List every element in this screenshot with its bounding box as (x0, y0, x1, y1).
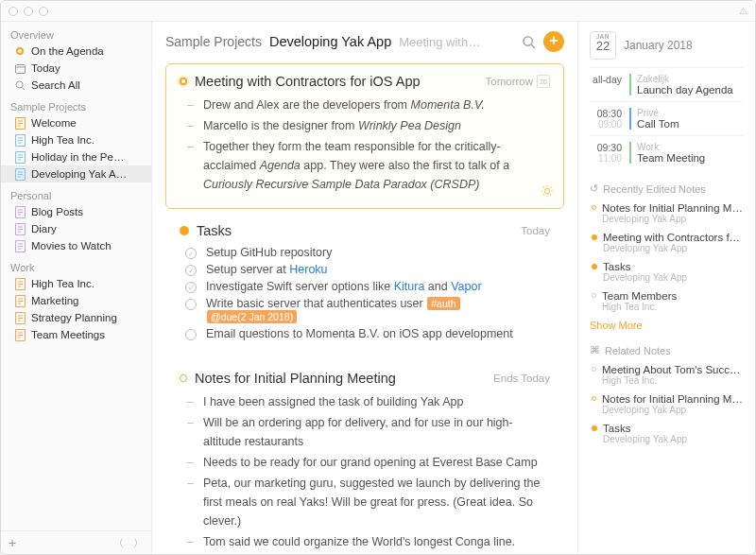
note-date-label[interactable]: Tomorrow 20 (486, 75, 550, 88)
note-card[interactable]: Tasks Today Setup GitHub repositorySetup… (165, 213, 564, 356)
note-bullet[interactable]: –Together they form the team responsible… (180, 136, 550, 195)
related-note-item[interactable]: Tasks Developing Yak App (590, 419, 744, 448)
svg-line-55 (543, 187, 544, 188)
event-category: Work (637, 142, 744, 152)
sidebar-item-label: High Tea Inc. (31, 278, 142, 289)
sidebar-item[interactable]: On the Agenda (1, 43, 151, 60)
note-date-label[interactable]: Ends Today (493, 373, 550, 384)
history-fwd-button[interactable]: 〉 (133, 536, 144, 550)
task-checkbox-icon[interactable] (185, 282, 197, 293)
task-checkbox-icon[interactable] (185, 248, 197, 259)
related-note-item[interactable]: Meeting About Tom's Succes… High Tea Inc… (590, 360, 744, 390)
traffic-lights (9, 7, 48, 16)
note-card[interactable]: Notes for Initial Planning Meeting Ends … (165, 360, 564, 554)
sidebar-item[interactable]: Movies to Watch (1, 237, 151, 254)
sidebar-item[interactable]: Search All (1, 77, 151, 94)
task-checkbox-icon[interactable] (185, 265, 197, 276)
sidebar-item[interactable]: Blog Posts (1, 203, 151, 220)
related-note-item[interactable]: Notes for Initial Planning Mee… Developi… (590, 199, 744, 228)
related-note-item[interactable]: Tasks Developing Yak App (590, 257, 744, 286)
show-more-link[interactable]: Show More (590, 316, 744, 331)
related-note-project: Developing Yak App (602, 214, 744, 224)
note-card[interactable]: Meeting with Contractors for iOS App Tom… (165, 63, 564, 209)
note-status-dot[interactable] (180, 374, 187, 382)
calendar-header[interactable]: JAN 22 January 2018 (590, 31, 744, 60)
note-bullet[interactable]: –Tom said we could organize the World's … (180, 531, 550, 554)
gear-icon[interactable] (541, 184, 554, 200)
note-icon (14, 240, 26, 251)
sidebar-item[interactable]: Holiday in the Pe… (1, 148, 151, 165)
sidebar-item[interactable]: High Tea Inc. (1, 131, 151, 148)
notes-list[interactable]: Meeting with Contractors for iOS App Tom… (152, 63, 577, 554)
event-category: Zakelijk (637, 74, 744, 84)
calendar-event[interactable]: 09:3011:00 WorkTeam Meeting (590, 135, 744, 169)
minimize-window-icon[interactable] (24, 7, 33, 16)
close-window-icon[interactable] (9, 7, 18, 16)
search-icon[interactable] (521, 34, 536, 49)
sidebar-item[interactable]: Diary (1, 220, 151, 237)
calendar-mini-icon: JAN 22 (590, 31, 616, 60)
note-title[interactable]: Tasks (197, 223, 513, 238)
breadcrumb-note[interactable]: Meeting with… (399, 35, 480, 49)
main-header: Sample Projects Developing Yak App Meeti… (152, 22, 577, 63)
calendar-event[interactable]: all-day ZakelijkLaunch day Agenda (590, 67, 744, 101)
sidebar-item-label: Search All (31, 79, 142, 91)
task-item[interactable]: Email questions to Momenta B.V. on iOS a… (180, 325, 550, 342)
sidebar-item[interactable]: Strategy Planning (1, 309, 151, 326)
calendar-month-label: January 2018 (624, 39, 693, 52)
breadcrumb-current[interactable]: Developing Yak App (269, 34, 391, 49)
note-bullet[interactable]: –Marcello is the designer from Wrinkly P… (180, 115, 550, 136)
note-date-label[interactable]: Today (521, 225, 550, 236)
sidebar-item[interactable]: Today (1, 60, 151, 77)
task-item[interactable]: Write basic server that authenticates us… (180, 295, 550, 325)
note-bullet[interactable]: –Needs to be ready for our grand opening… (180, 452, 550, 473)
sidebar-footer: + 〈 〉 (1, 530, 151, 554)
note-bullet[interactable]: –Peta, our marketing guru, suggested we … (180, 473, 550, 531)
pin-icon[interactable]: ⚠︎ (739, 6, 747, 16)
add-project-button[interactable]: + (9, 535, 16, 550)
sidebar-item-label: On the Agenda (31, 45, 142, 57)
sidebar-item[interactable]: Team Meetings (1, 326, 151, 343)
sidebar-item[interactable]: Developing Yak A… (1, 165, 151, 182)
task-item[interactable]: Investigate Swift server options like Ki… (180, 278, 550, 295)
sidebar-item-label: Developing Yak A… (31, 168, 142, 180)
note-icon (14, 206, 26, 217)
svg-line-56 (550, 194, 551, 195)
note-bullet[interactable]: –I have been assigned the task of buildi… (180, 391, 550, 412)
note-icon (14, 278, 26, 289)
sidebar-item-label: Strategy Planning (31, 312, 142, 323)
calendar-icon[interactable]: 20 (537, 75, 550, 88)
sidebar-item[interactable]: Marketing (1, 292, 151, 309)
related-note-item[interactable]: Team Members High Tea Inc. (590, 286, 744, 316)
task-item[interactable]: Setup server at Heroku (180, 261, 550, 278)
related-note-item[interactable]: Meeting with Contractors for… Developing… (590, 228, 744, 257)
task-item[interactable]: Setup GitHub repository (180, 244, 550, 261)
add-note-button[interactable]: + (543, 31, 564, 52)
note-bullet[interactable]: –Drew and Alex are the developers from M… (180, 95, 550, 115)
sidebar-group-title: Work (1, 254, 151, 275)
window-titlebar: ⚠︎ (1, 1, 755, 22)
task-checkbox-icon[interactable] (185, 299, 197, 310)
note-status-dot[interactable] (180, 226, 189, 235)
note-title[interactable]: Meeting with Contractors for iOS App (195, 74, 478, 89)
note-status-dot (592, 234, 597, 240)
breadcrumb-parent[interactable]: Sample Projects (165, 34, 262, 49)
note-title[interactable]: Notes for Initial Planning Meeting (195, 371, 486, 386)
zoom-window-icon[interactable] (39, 7, 48, 16)
related-note-item[interactable]: Notes for Initial Planning Mee… Developi… (590, 390, 744, 419)
svg-line-49 (531, 44, 535, 48)
related-note-project: Developing Yak App (603, 243, 744, 253)
sidebar-item-label: Blog Posts (31, 206, 142, 217)
calendar-event[interactable]: 08:3009:00 PrivéCall Tom (590, 101, 744, 135)
note-status-dot[interactable] (180, 78, 187, 85)
related-note-title: Notes for Initial Planning Mee… (602, 202, 744, 214)
sidebar-item-label: Diary (31, 223, 142, 234)
sidebar-item[interactable]: High Tea Inc. (1, 275, 151, 292)
sidebar-item[interactable]: Welcome (1, 114, 151, 131)
history-back-button[interactable]: 〈 (113, 536, 124, 550)
note-bullet[interactable]: –Will be an ordering app for delivery, a… (180, 412, 550, 452)
task-checkbox-icon[interactable] (185, 329, 197, 340)
search-icon (14, 79, 26, 91)
note-icon (14, 168, 26, 180)
note-status-dot (592, 396, 596, 401)
